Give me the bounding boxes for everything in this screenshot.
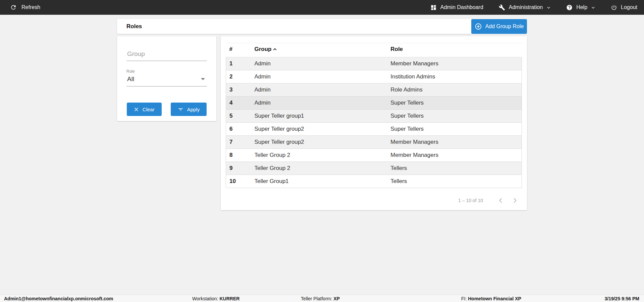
filter-icon (178, 107, 183, 112)
pagination-nav (497, 197, 519, 204)
dashboard-icon (430, 4, 437, 11)
apply-button[interactable]: Apply (171, 103, 207, 116)
plus-circle-icon (475, 23, 482, 30)
dropdown-arrow-icon (201, 78, 205, 80)
refresh-button[interactable]: Refresh (7, 4, 40, 11)
row-number: 4 (226, 97, 251, 110)
row-number: 2 (226, 70, 251, 83)
row-group: Admin (251, 70, 387, 83)
status-datetime: 3/19/25 9:56 PM (604, 296, 639, 301)
clear-button[interactable]: Clear (127, 103, 162, 116)
page-title-bar: Roles (117, 19, 471, 34)
fi-label: FI: (461, 296, 467, 301)
platform-label: Teller Platform: (301, 296, 332, 301)
table-row[interactable]: 6 Super Teller group2 Super Tellers (226, 123, 522, 136)
group-filter-input[interactable] (126, 49, 207, 61)
apply-button-label: Apply (187, 107, 200, 112)
workstation-label: Workstation: (192, 296, 218, 301)
column-header-number[interactable]: # (226, 43, 251, 57)
row-role: Institution Admins (387, 70, 522, 83)
clear-button-label: Clear (143, 107, 155, 112)
table-row[interactable]: 3 Admin Role Admins (226, 83, 522, 97)
row-number: 9 (226, 162, 251, 175)
column-header-role[interactable]: Role (387, 43, 522, 57)
add-group-role-button[interactable]: Add Group Role (471, 19, 527, 34)
pagination-range: 1 – 10 of 10 (458, 198, 483, 203)
table-row[interactable]: 4 Admin Super Tellers (226, 97, 522, 110)
row-role: Super Tellers (387, 97, 522, 110)
row-number: 10 (226, 175, 251, 188)
top-navigation-bar: Refresh Admin Dashboard Administration (0, 0, 644, 15)
table-row[interactable]: 8 Teller Group 2 Member Managers (226, 149, 522, 162)
row-group: Admin (251, 83, 387, 97)
row-group: Teller Group 2 (251, 149, 387, 162)
filter-buttons-row: Clear Apply (126, 103, 207, 116)
menu-item-label: Administration (509, 4, 543, 10)
previous-page-button[interactable] (497, 197, 504, 204)
content-area: Roles Add Group Role Role All (117, 19, 527, 210)
column-header-group[interactable]: Group (251, 43, 387, 57)
sort-ascending-icon (272, 47, 277, 52)
menu-item-label: Admin Dashboard (440, 4, 483, 10)
row-number: 6 (226, 123, 251, 136)
row-group: Teller Group1 (251, 175, 387, 188)
row-number: 1 (226, 57, 251, 70)
refresh-label: Refresh (21, 4, 40, 10)
table-row[interactable]: 5 Super Teller group1 Super Tellers (226, 110, 522, 123)
row-number: 7 (226, 136, 251, 149)
table-row[interactable]: 2 Admin Institution Admins (226, 70, 522, 83)
row-group: Admin (251, 97, 387, 110)
help-icon (566, 4, 573, 11)
power-icon (611, 4, 617, 11)
row-role: Super Tellers (387, 123, 522, 136)
platform-value: XP (333, 296, 340, 301)
table-row[interactable]: 1 Admin Member Managers (226, 57, 522, 70)
roles-table: # Group (226, 43, 522, 188)
add-group-role-label: Add Group Role (485, 23, 524, 29)
row-group: Super Teller group2 (251, 136, 387, 149)
menu-item-label: Logout (621, 4, 637, 10)
row-role: Role Admins (387, 83, 522, 97)
row-role: Tellers (387, 162, 522, 175)
fi-value: Hometown Financial XP (468, 296, 521, 301)
table-row[interactable]: 10 Teller Group1 Tellers (226, 175, 522, 188)
topbar-menu: Admin Dashboard Administration Help (430, 4, 637, 11)
filter-panel: Role All Clear (117, 36, 216, 121)
next-page-button[interactable] (511, 197, 519, 204)
row-group: Super Teller group1 (251, 110, 387, 123)
menu-item-administration[interactable]: Administration (499, 4, 551, 11)
chevron-down-icon (591, 5, 595, 10)
main-row: Role All Clear (117, 36, 527, 210)
clear-x-icon (134, 107, 139, 112)
status-fi: FI: Hometown Financial XP (461, 296, 521, 301)
menu-item-admin-dashboard[interactable]: Admin Dashboard (430, 4, 483, 11)
refresh-icon (10, 4, 17, 11)
table-body: 1 Admin Member Managers 2 Admin Institut… (226, 57, 522, 188)
row-number: 3 (226, 83, 251, 97)
status-teller-platform: Teller Platform: XP (301, 296, 340, 301)
chevron-down-icon (546, 5, 551, 10)
row-role: Member Managers (387, 149, 522, 162)
menu-item-label: Help (576, 4, 587, 10)
table-header-row: # Group (226, 43, 522, 57)
workstation-value: KURRER (219, 296, 239, 301)
page-toolbar: Roles Add Group Role (117, 19, 527, 34)
table-row[interactable]: 9 Teller Group 2 Tellers (226, 162, 522, 175)
menu-item-logout[interactable]: Logout (611, 4, 637, 11)
menu-item-help[interactable]: Help (566, 4, 595, 11)
page-title: Roles (126, 23, 142, 30)
table-row[interactable]: 7 Super Teller group2 Member Managers (226, 136, 522, 149)
row-role: Super Tellers (387, 110, 522, 123)
row-group: Admin (251, 57, 387, 70)
role-filter-select[interactable]: Role All (126, 69, 207, 86)
row-role: Member Managers (387, 136, 522, 149)
row-role: Tellers (387, 175, 522, 188)
status-workstation: Workstation: KURRER (192, 296, 239, 301)
role-filter-label: Role (126, 69, 207, 74)
wrench-icon (499, 4, 505, 11)
role-filter-value: All (127, 75, 134, 83)
pagination-bar: 1 – 10 of 10 (226, 197, 522, 204)
roles-table-card: # Group (221, 36, 527, 210)
row-group: Teller Group 2 (251, 162, 387, 175)
row-role: Member Managers (387, 57, 522, 70)
